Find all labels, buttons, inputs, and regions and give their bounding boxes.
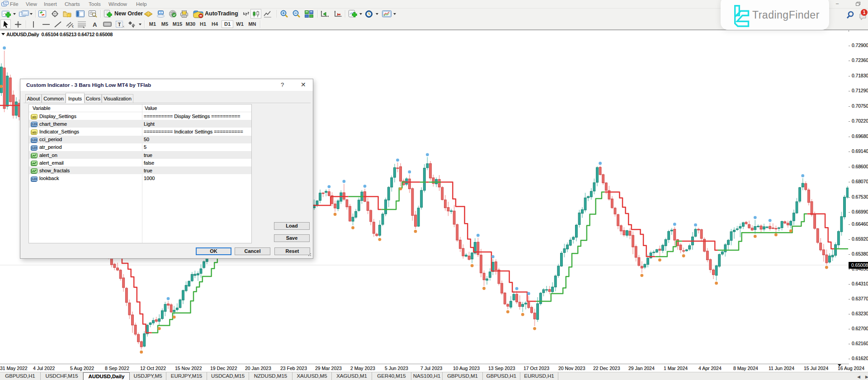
svg-text:123: 123: [32, 146, 37, 149]
svg-text:€: €: [72, 25, 74, 28]
svg-text:ab: ab: [32, 115, 36, 119]
svg-text:T: T: [118, 22, 121, 27]
svg-text:ab: ab: [32, 130, 36, 134]
svg-text:123: 123: [32, 138, 37, 142]
svg-text:123: 123: [32, 123, 37, 126]
svg-text:123: 123: [32, 177, 37, 180]
